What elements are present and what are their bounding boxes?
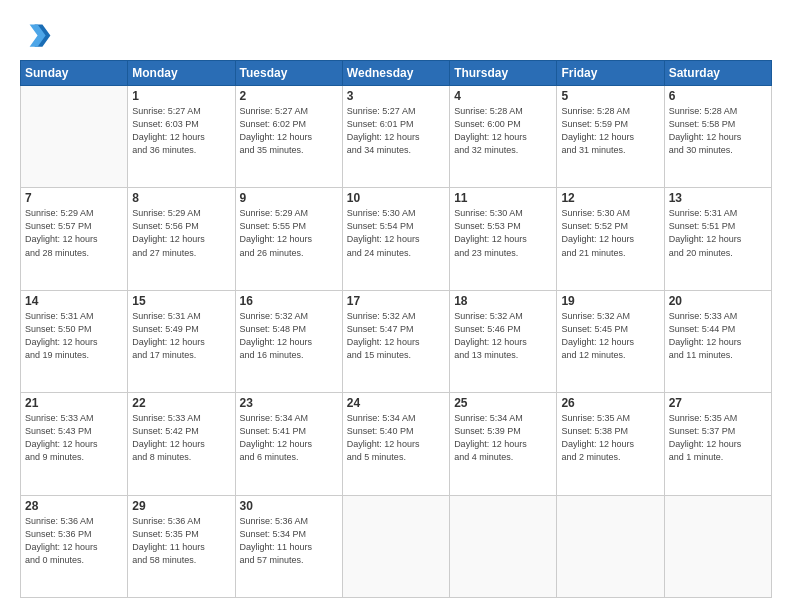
day-info: Sunrise: 5:34 AM Sunset: 5:40 PM Dayligh… xyxy=(347,412,445,464)
day-info: Sunrise: 5:34 AM Sunset: 5:39 PM Dayligh… xyxy=(454,412,552,464)
day-info: Sunrise: 5:32 AM Sunset: 5:46 PM Dayligh… xyxy=(454,310,552,362)
day-cell: 23Sunrise: 5:34 AM Sunset: 5:41 PM Dayli… xyxy=(235,393,342,495)
day-info: Sunrise: 5:29 AM Sunset: 5:56 PM Dayligh… xyxy=(132,207,230,259)
day-cell: 29Sunrise: 5:36 AM Sunset: 5:35 PM Dayli… xyxy=(128,495,235,597)
weekday-header-monday: Monday xyxy=(128,61,235,86)
day-info: Sunrise: 5:31 AM Sunset: 5:49 PM Dayligh… xyxy=(132,310,230,362)
day-info: Sunrise: 5:36 AM Sunset: 5:36 PM Dayligh… xyxy=(25,515,123,567)
day-cell: 9Sunrise: 5:29 AM Sunset: 5:55 PM Daylig… xyxy=(235,188,342,290)
week-row-2: 7Sunrise: 5:29 AM Sunset: 5:57 PM Daylig… xyxy=(21,188,772,290)
day-number: 21 xyxy=(25,396,123,410)
day-number: 26 xyxy=(561,396,659,410)
day-info: Sunrise: 5:28 AM Sunset: 6:00 PM Dayligh… xyxy=(454,105,552,157)
weekday-header-wednesday: Wednesday xyxy=(342,61,449,86)
week-row-3: 14Sunrise: 5:31 AM Sunset: 5:50 PM Dayli… xyxy=(21,290,772,392)
day-info: Sunrise: 5:34 AM Sunset: 5:41 PM Dayligh… xyxy=(240,412,338,464)
day-cell: 26Sunrise: 5:35 AM Sunset: 5:38 PM Dayli… xyxy=(557,393,664,495)
day-number: 5 xyxy=(561,89,659,103)
day-number: 28 xyxy=(25,499,123,513)
day-number: 14 xyxy=(25,294,123,308)
day-number: 19 xyxy=(561,294,659,308)
day-info: Sunrise: 5:28 AM Sunset: 5:59 PM Dayligh… xyxy=(561,105,659,157)
day-info: Sunrise: 5:36 AM Sunset: 5:35 PM Dayligh… xyxy=(132,515,230,567)
day-number: 22 xyxy=(132,396,230,410)
day-cell: 6Sunrise: 5:28 AM Sunset: 5:58 PM Daylig… xyxy=(664,86,771,188)
day-number: 29 xyxy=(132,499,230,513)
day-cell: 11Sunrise: 5:30 AM Sunset: 5:53 PM Dayli… xyxy=(450,188,557,290)
weekday-header-friday: Friday xyxy=(557,61,664,86)
day-info: Sunrise: 5:27 AM Sunset: 6:02 PM Dayligh… xyxy=(240,105,338,157)
day-cell xyxy=(557,495,664,597)
logo xyxy=(20,18,56,50)
day-info: Sunrise: 5:32 AM Sunset: 5:47 PM Dayligh… xyxy=(347,310,445,362)
day-number: 1 xyxy=(132,89,230,103)
day-info: Sunrise: 5:30 AM Sunset: 5:52 PM Dayligh… xyxy=(561,207,659,259)
day-number: 4 xyxy=(454,89,552,103)
day-number: 24 xyxy=(347,396,445,410)
day-info: Sunrise: 5:27 AM Sunset: 6:01 PM Dayligh… xyxy=(347,105,445,157)
day-number: 20 xyxy=(669,294,767,308)
day-number: 10 xyxy=(347,191,445,205)
day-info: Sunrise: 5:32 AM Sunset: 5:45 PM Dayligh… xyxy=(561,310,659,362)
day-cell: 18Sunrise: 5:32 AM Sunset: 5:46 PM Dayli… xyxy=(450,290,557,392)
day-info: Sunrise: 5:31 AM Sunset: 5:50 PM Dayligh… xyxy=(25,310,123,362)
day-cell: 12Sunrise: 5:30 AM Sunset: 5:52 PM Dayli… xyxy=(557,188,664,290)
day-number: 17 xyxy=(347,294,445,308)
weekday-header-sunday: Sunday xyxy=(21,61,128,86)
day-info: Sunrise: 5:33 AM Sunset: 5:43 PM Dayligh… xyxy=(25,412,123,464)
day-cell: 20Sunrise: 5:33 AM Sunset: 5:44 PM Dayli… xyxy=(664,290,771,392)
day-info: Sunrise: 5:30 AM Sunset: 5:53 PM Dayligh… xyxy=(454,207,552,259)
day-number: 15 xyxy=(132,294,230,308)
day-number: 11 xyxy=(454,191,552,205)
logo-icon xyxy=(20,18,52,50)
day-cell: 24Sunrise: 5:34 AM Sunset: 5:40 PM Dayli… xyxy=(342,393,449,495)
day-number: 18 xyxy=(454,294,552,308)
day-cell: 8Sunrise: 5:29 AM Sunset: 5:56 PM Daylig… xyxy=(128,188,235,290)
day-info: Sunrise: 5:33 AM Sunset: 5:42 PM Dayligh… xyxy=(132,412,230,464)
day-cell xyxy=(664,495,771,597)
day-info: Sunrise: 5:29 AM Sunset: 5:57 PM Dayligh… xyxy=(25,207,123,259)
day-number: 9 xyxy=(240,191,338,205)
day-cell: 30Sunrise: 5:36 AM Sunset: 5:34 PM Dayli… xyxy=(235,495,342,597)
header xyxy=(20,18,772,50)
day-cell: 25Sunrise: 5:34 AM Sunset: 5:39 PM Dayli… xyxy=(450,393,557,495)
day-info: Sunrise: 5:36 AM Sunset: 5:34 PM Dayligh… xyxy=(240,515,338,567)
week-row-1: 1Sunrise: 5:27 AM Sunset: 6:03 PM Daylig… xyxy=(21,86,772,188)
day-cell: 2Sunrise: 5:27 AM Sunset: 6:02 PM Daylig… xyxy=(235,86,342,188)
day-info: Sunrise: 5:33 AM Sunset: 5:44 PM Dayligh… xyxy=(669,310,767,362)
day-cell: 17Sunrise: 5:32 AM Sunset: 5:47 PM Dayli… xyxy=(342,290,449,392)
day-number: 13 xyxy=(669,191,767,205)
day-cell: 28Sunrise: 5:36 AM Sunset: 5:36 PM Dayli… xyxy=(21,495,128,597)
day-cell: 7Sunrise: 5:29 AM Sunset: 5:57 PM Daylig… xyxy=(21,188,128,290)
day-cell: 16Sunrise: 5:32 AM Sunset: 5:48 PM Dayli… xyxy=(235,290,342,392)
day-cell: 4Sunrise: 5:28 AM Sunset: 6:00 PM Daylig… xyxy=(450,86,557,188)
weekday-header-tuesday: Tuesday xyxy=(235,61,342,86)
day-cell: 27Sunrise: 5:35 AM Sunset: 5:37 PM Dayli… xyxy=(664,393,771,495)
day-info: Sunrise: 5:28 AM Sunset: 5:58 PM Dayligh… xyxy=(669,105,767,157)
day-cell: 13Sunrise: 5:31 AM Sunset: 5:51 PM Dayli… xyxy=(664,188,771,290)
week-row-4: 21Sunrise: 5:33 AM Sunset: 5:43 PM Dayli… xyxy=(21,393,772,495)
day-cell: 21Sunrise: 5:33 AM Sunset: 5:43 PM Dayli… xyxy=(21,393,128,495)
day-info: Sunrise: 5:35 AM Sunset: 5:38 PM Dayligh… xyxy=(561,412,659,464)
day-cell: 15Sunrise: 5:31 AM Sunset: 5:49 PM Dayli… xyxy=(128,290,235,392)
day-cell: 22Sunrise: 5:33 AM Sunset: 5:42 PM Dayli… xyxy=(128,393,235,495)
day-number: 8 xyxy=(132,191,230,205)
day-cell: 1Sunrise: 5:27 AM Sunset: 6:03 PM Daylig… xyxy=(128,86,235,188)
day-number: 3 xyxy=(347,89,445,103)
day-info: Sunrise: 5:29 AM Sunset: 5:55 PM Dayligh… xyxy=(240,207,338,259)
day-info: Sunrise: 5:30 AM Sunset: 5:54 PM Dayligh… xyxy=(347,207,445,259)
weekday-header-thursday: Thursday xyxy=(450,61,557,86)
day-info: Sunrise: 5:35 AM Sunset: 5:37 PM Dayligh… xyxy=(669,412,767,464)
day-number: 27 xyxy=(669,396,767,410)
day-cell: 10Sunrise: 5:30 AM Sunset: 5:54 PM Dayli… xyxy=(342,188,449,290)
day-cell xyxy=(342,495,449,597)
day-number: 2 xyxy=(240,89,338,103)
day-number: 12 xyxy=(561,191,659,205)
day-number: 7 xyxy=(25,191,123,205)
page: SundayMondayTuesdayWednesdayThursdayFrid… xyxy=(0,0,792,612)
day-number: 6 xyxy=(669,89,767,103)
day-cell: 5Sunrise: 5:28 AM Sunset: 5:59 PM Daylig… xyxy=(557,86,664,188)
day-number: 30 xyxy=(240,499,338,513)
day-cell: 3Sunrise: 5:27 AM Sunset: 6:01 PM Daylig… xyxy=(342,86,449,188)
day-number: 25 xyxy=(454,396,552,410)
